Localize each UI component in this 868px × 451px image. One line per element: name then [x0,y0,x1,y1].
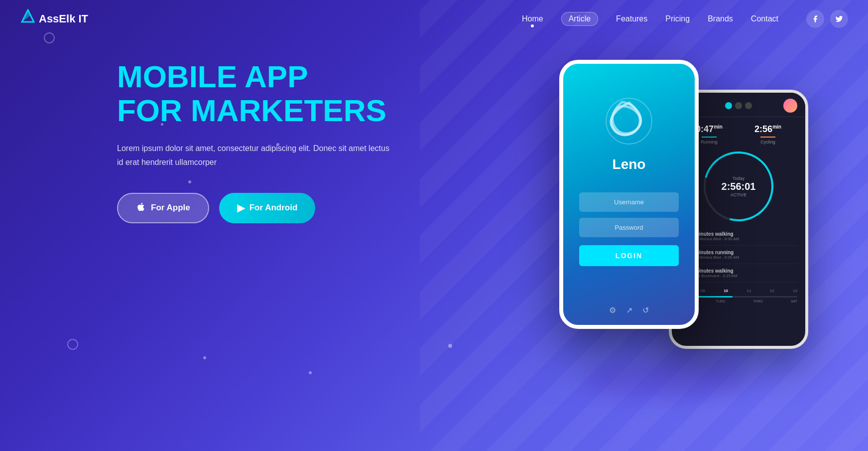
nav-brands[interactable]: Brands [708,14,733,23]
share-icon: ↗ [626,305,632,315]
navbar: AssElk IT Home Article Features Pricing … [0,0,868,37]
login-form: Username Password LOGIN [579,192,679,266]
activity-circle: Today 2:56:01 ACTIVE [704,151,773,221]
stat-running-label: Running [696,140,723,145]
username-input[interactable]: Username [579,192,679,212]
password-input[interactable]: Password [579,218,679,237]
app-name: Leno [613,156,646,172]
nav-contact[interactable]: Contact [751,14,778,23]
phone-front-logo: Leno [602,64,656,182]
hero-buttons: For Apple ▶ For Android [117,193,396,223]
leno-app-icon [602,94,656,149]
stat-cycling-label: Cycling [754,140,781,145]
decorative-dot-5 [448,344,452,348]
twitter-button[interactable] [830,10,848,28]
facebook-button[interactable] [806,10,824,28]
android-button[interactable]: ▶ For Android [219,193,316,223]
phone-shadow [581,359,757,399]
logo-icon [20,9,36,28]
status-icon-2 [735,102,742,109]
android-icon: ▶ [237,202,245,214]
login-button[interactable]: LOGIN [579,245,679,266]
brand-name: AssElk IT [39,12,88,25]
phone-front-footer: ⚙ ↗ ↺ [609,305,649,325]
status-icon-3 [745,102,752,109]
hero-title: MOBILE APP FOR MARKETERS [117,60,396,128]
hero-section: MOBILE APP FOR MARKETERS Lorem ipsum dol… [117,60,396,223]
stat-running: 0:47min Running [696,124,723,145]
nav-features[interactable]: Features [616,14,647,23]
stat-running-value: 0:47min [696,124,723,135]
hero-description: Lorem ipsum dolor sit amet, consectetur … [117,142,396,168]
phone-back-status-icons [725,102,752,109]
nav-links: Home Article Features Pricing Brands Con… [522,10,848,28]
settings-icon: ⚙ [609,305,616,315]
hero-title-line2-plain: FOR [117,93,191,128]
logo[interactable]: AssElk IT [20,9,88,28]
refresh-icon: ↺ [642,305,649,315]
status-icon-1 [725,102,732,109]
decorative-dot-3 [203,356,206,359]
hero-title-line1: MOBILE APP [117,59,308,94]
phones-container: 12:00 0:47min Running 2:56min [559,60,808,384]
phone-front: Leno Username Password LOGIN ⚙ ↗ ↺ [559,60,699,329]
nav-home[interactable]: Home [522,14,543,23]
stat-cycling-value: 2:56min [754,124,781,135]
decorative-dot-4 [309,371,312,374]
apple-button-label: For Apple [151,203,190,213]
stat-cycling-line [760,137,775,138]
nav-article[interactable]: Article [561,12,598,26]
stat-running-line [702,137,717,138]
circle-ring-fill [691,139,786,234]
social-icons [806,10,848,28]
android-button-label: For Android [249,203,298,213]
nav-pricing[interactable]: Pricing [665,14,690,23]
decorative-circle-2 [67,339,78,350]
stat-cycling: 2:56min Cycling [754,124,781,145]
user-avatar [783,99,797,113]
apple-button[interactable]: For Apple [117,193,209,223]
hero-title-accent: MARKETERS [191,93,386,128]
apple-icon [136,202,146,214]
